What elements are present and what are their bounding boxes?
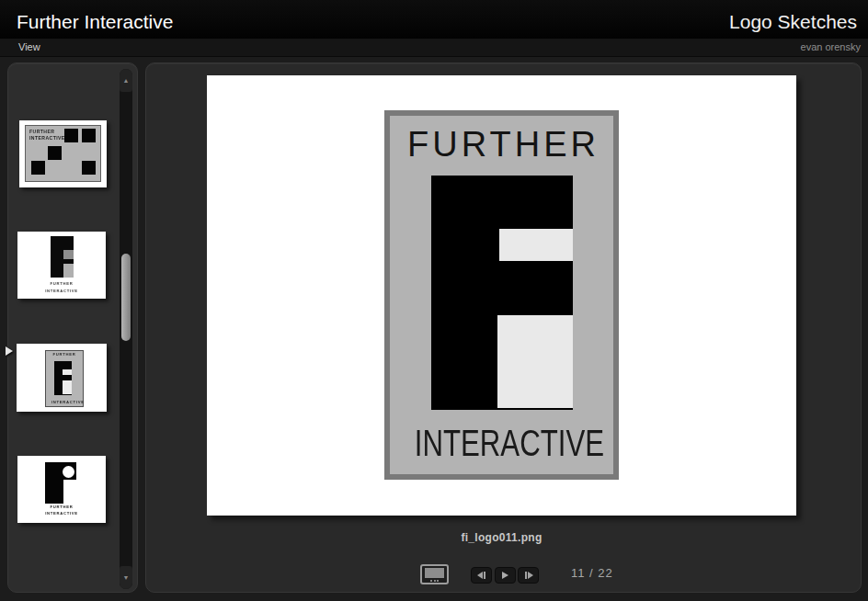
f-monogram-shape [51, 236, 74, 278]
play-icon [502, 572, 508, 579]
dot-cutout [63, 466, 74, 478]
f-notch [63, 264, 74, 278]
caption-line: FURTHER [29, 130, 65, 135]
monitor-icon-dots [430, 580, 439, 582]
image-canvas: FURTHER INTERACTIVE [207, 75, 796, 516]
play-slideshow-button[interactable] [495, 567, 516, 584]
sidebar-scrollbar[interactable]: ▲ ▼ [120, 69, 132, 589]
black-square [48, 146, 62, 160]
step-forward-icon [528, 572, 533, 579]
thumbnail-black-f-logo[interactable]: FURTHER INTERACTIVE [17, 232, 106, 299]
viewer-panel: FURTHER INTERACTIVE fi_logo011.png [145, 62, 862, 593]
black-square [82, 129, 96, 142]
thumbnail-dot-square-logo[interactable]: FURTHER INTERACTIVE [17, 456, 106, 523]
app-title: Further Interactive [17, 11, 173, 33]
image-filename: fi_logo011.png [207, 531, 796, 544]
thumbnail-framed-f-logo-selected[interactable]: FURTHER INTERACTIVE [17, 344, 107, 412]
thumbnail-sidebar: FURTHER INTERACTIVE FURTHER INTERACTIVE [7, 62, 138, 593]
scrollbar-thumb[interactable] [121, 254, 131, 341]
thumbnail-artwork: FURTHER INTERACTIVE [25, 125, 101, 182]
black-square [64, 129, 78, 142]
caption-line: FURTHER [30, 505, 92, 508]
step-backward-icon [477, 572, 483, 579]
thumbnail-checker-logo[interactable]: FURTHER INTERACTIVE [19, 120, 107, 187]
monitor-icon [425, 568, 444, 578]
gallery-title: Logo Sketches [729, 11, 857, 33]
username-label: evan orensky [801, 41, 861, 52]
logo-word-top: FURTHER [390, 125, 613, 164]
f-monogram-shape [431, 176, 573, 410]
caption-line: INTERACTIVE [30, 289, 92, 292]
arrow-down-icon[interactable]: ▼ [120, 566, 132, 589]
step-backward-icon-bar [484, 572, 485, 579]
next-image-button[interactable] [518, 567, 539, 584]
black-square [82, 161, 96, 175]
f-notch-middle [499, 229, 573, 261]
arrow-up-icon[interactable]: ▲ [120, 69, 132, 92]
gallery-app: Further Interactive Logo Sketches View e… [0, 0, 868, 601]
selection-cursor-icon [6, 346, 13, 356]
f-notch [63, 250, 74, 259]
f-notch [63, 369, 72, 375]
caption-line: INTERACTIVE [51, 400, 77, 403]
header-bar: Further Interactive Logo Sketches [0, 0, 868, 39]
f-notch [63, 380, 72, 394]
menu-bar: View evan orensky [0, 39, 868, 57]
black-square [31, 161, 45, 175]
f-monogram-shape [45, 462, 76, 504]
previous-image-button[interactable] [471, 567, 492, 584]
f-notch-bottom [497, 315, 573, 408]
corner-cutout [63, 480, 76, 504]
image-counter: 11 / 22 [571, 566, 613, 580]
logo-artwork: FURTHER INTERACTIVE [384, 110, 619, 480]
caption-line: FURTHER [30, 281, 92, 285]
caption-line: INTERACTIVE [29, 136, 65, 142]
logo-word-bottom: INTERACTIVE [415, 423, 589, 464]
f-monogram-shape [54, 361, 72, 395]
fullscreen-button[interactable] [420, 564, 449, 584]
thumbnail-artwork: FURTHER INTERACTIVE [45, 350, 84, 407]
step-forward-icon-bar [525, 572, 527, 579]
caption-line: INTERACTIVE [30, 511, 92, 515]
caption-line: FURTHER [51, 352, 77, 356]
view-menu[interactable]: View [18, 41, 40, 52]
